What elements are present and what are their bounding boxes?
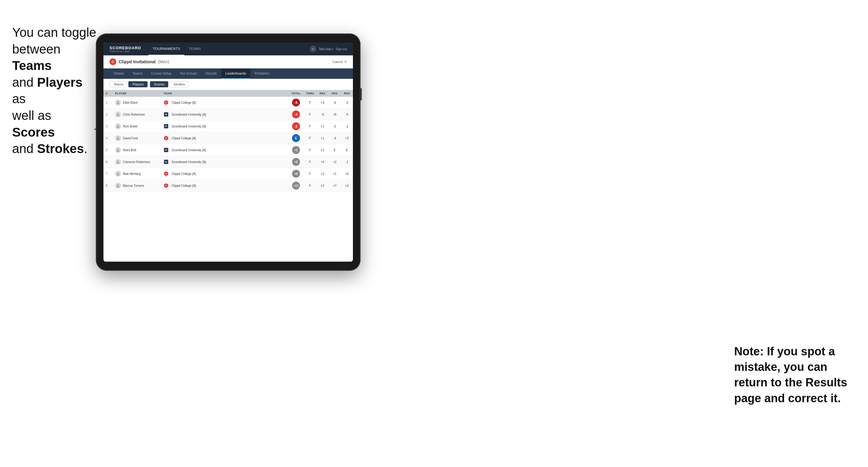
cell-rank: 2: [103, 108, 113, 121]
cell-rank: 6: [103, 156, 113, 168]
tournament-logo: C: [110, 58, 116, 65]
cell-team: SBScoreboard University [A]: [161, 156, 288, 168]
cell-total: -2: [288, 121, 304, 132]
players-table: # PLAYER TEAM TOTAL THRU RD1 RD2 RD3 1 E…: [103, 90, 353, 192]
toggle-teams[interactable]: Teams: [110, 81, 127, 87]
tournament-bar: C Clippd Invitational (Men) Cancel ✕: [103, 55, 353, 68]
cell-player: Cameron Robertson: [113, 156, 161, 168]
svg-point-1: [117, 101, 119, 103]
cell-rank: 8: [103, 180, 113, 192]
table-row[interactable]: 4 David Ford CClippd College [A]EF+1-4+3: [103, 132, 353, 144]
app-header: SCOREBOARD Powered by clippd TOURNAMENTS…: [103, 42, 353, 55]
user-icon: U: [310, 45, 316, 52]
cell-total: +8: [288, 168, 304, 180]
cell-player: Rich Butler: [113, 121, 161, 132]
cell-rd1: +1: [316, 132, 329, 144]
cell-player: Rees Britt: [113, 144, 161, 156]
cell-team: CClippd College [A]: [161, 180, 288, 192]
cell-rank: 7: [103, 168, 113, 180]
tab-details[interactable]: Details: [110, 68, 128, 79]
cell-team: CClippd College [A]: [161, 97, 288, 108]
tab-leaderboards[interactable]: Leaderboards: [221, 68, 250, 79]
cell-rank: 3: [103, 121, 113, 132]
table-row[interactable]: 6 Cameron Robertson SBScoreboard Univers…: [103, 156, 353, 168]
cell-rd2: -4: [329, 132, 341, 144]
table-row[interactable]: 2 Chris Robertson SBScoreboard Universit…: [103, 108, 353, 121]
tab-teams[interactable]: Teams: [128, 68, 147, 79]
cell-team: CClippd College [A]: [161, 132, 288, 144]
tab-navigation: Details Teams Course Setup Tee Groups Re…: [103, 68, 353, 79]
cell-rd1: +2: [316, 180, 329, 192]
tab-results[interactable]: Results: [202, 68, 221, 79]
cell-rd2: +7: [329, 180, 341, 192]
col-team: TEAM: [161, 90, 288, 97]
svg-point-2: [117, 113, 119, 115]
leaderboard-table: # PLAYER TEAM TOTAL THRU RD1 RD2 RD3 1 E…: [103, 90, 353, 262]
cell-thru: F: [304, 180, 316, 192]
col-thru: THRU: [304, 90, 316, 97]
left-annotation: You can toggle between Teams and Players…: [12, 24, 97, 157]
tab-tee-groups[interactable]: Tee Groups: [176, 68, 202, 79]
cell-rd2: E: [329, 144, 341, 156]
col-rank: #: [103, 90, 113, 97]
cell-player: Chris Robertson: [113, 108, 161, 121]
user-label: Test User |: [319, 48, 334, 51]
cell-rd3: +3: [341, 132, 353, 144]
cell-rd2: +2: [329, 156, 341, 168]
toggle-strokes[interactable]: Strokes: [169, 81, 189, 87]
cell-rd3: -1: [341, 156, 353, 168]
nav-tournaments[interactable]: TOURNAMENTS: [149, 42, 184, 55]
cell-rd2: -2: [329, 121, 341, 132]
cell-rd3: +2: [341, 180, 353, 192]
tab-course-setup[interactable]: Course Setup: [147, 68, 176, 79]
table-row[interactable]: 7 Blair McHarg CClippd College [A]+8F+2+…: [103, 168, 353, 180]
cell-rd3: -4: [341, 108, 353, 121]
cell-rd1: +1: [316, 121, 329, 132]
svg-point-8: [117, 184, 119, 186]
tournament-title: C Clippd Invitational (Men): [110, 58, 169, 65]
tournament-name: Clippd Invitational: [119, 59, 155, 64]
header-right: U Test User | Sign out: [310, 45, 347, 52]
cell-team: SBScoreboard University [A]: [161, 121, 288, 132]
toggle-scores[interactable]: Scores: [150, 81, 168, 87]
cell-rd3: -1: [341, 121, 353, 132]
cell-thru: F: [304, 156, 316, 168]
sign-out-link[interactable]: Sign out: [336, 48, 347, 51]
nav-teams[interactable]: TEAMS: [184, 42, 205, 55]
right-annotation: Note: If you spot a mistake, you can ret…: [734, 344, 850, 406]
logo-subtitle: Powered by clippd: [110, 50, 141, 52]
cell-rd1: +2: [316, 168, 329, 180]
col-rd2: RD2: [329, 90, 341, 97]
cell-team: SBScoreboard University [A]: [161, 108, 288, 121]
cell-team: SBScoreboard University [A]: [161, 144, 288, 156]
cell-total: E: [288, 132, 304, 144]
cell-rd3: +6: [341, 168, 353, 180]
toggle-row: Teams Players Scores Strokes: [103, 79, 353, 90]
col-rd1: RD1: [316, 90, 329, 97]
table-row[interactable]: 3 Rich Butler SBScoreboard University [A…: [103, 121, 353, 132]
cell-player: David Ford: [113, 132, 161, 144]
tablet-side-button: [361, 88, 362, 100]
table-row[interactable]: 5 Rees Britt SBScoreboard University [A]…: [103, 144, 353, 156]
cell-total: -8: [288, 97, 304, 108]
svg-point-5: [117, 149, 119, 150]
cell-thru: F: [304, 168, 316, 180]
cell-rank: 1: [103, 97, 113, 108]
cell-player: Elliot Ebert: [113, 97, 161, 108]
cell-total: +11: [288, 180, 304, 192]
main-nav: TOURNAMENTS TEAMS: [149, 42, 310, 55]
tab-printables[interactable]: Printables: [250, 68, 274, 79]
cell-total: +1: [288, 144, 304, 156]
cell-rd3: E: [341, 144, 353, 156]
table-row[interactable]: 1 Elliot Ebert CClippd College [A]-8F+3-…: [103, 97, 353, 108]
table-header: # PLAYER TEAM TOTAL THRU RD1 RD2 RD3: [103, 90, 353, 97]
cell-total: +6: [288, 156, 304, 168]
cancel-button[interactable]: Cancel ✕: [333, 60, 347, 64]
cell-rd1: +1: [316, 144, 329, 156]
toggle-players[interactable]: Players: [128, 81, 148, 87]
table-row[interactable]: 8 Marcus Turners CClippd College [A]+11F…: [103, 180, 353, 192]
cell-thru: F: [304, 144, 316, 156]
app-logo: SCOREBOARD Powered by clippd: [110, 45, 141, 52]
cell-player: Marcus Turners: [113, 180, 161, 192]
col-player: PLAYER: [113, 90, 161, 97]
